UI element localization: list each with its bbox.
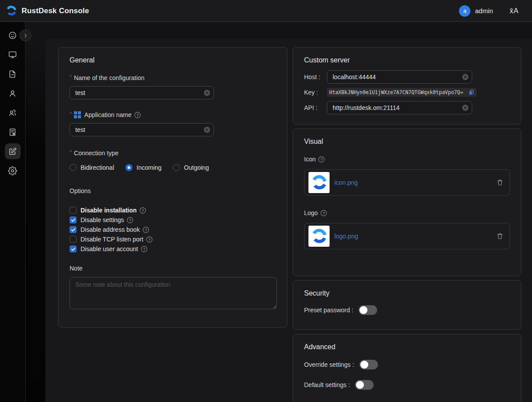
note-label: Note	[70, 264, 276, 272]
smiley-icon	[8, 31, 17, 40]
logo-thumbnail	[308, 226, 330, 247]
api-label: API :	[304, 104, 327, 111]
sidebar-item-custom-clients[interactable]	[5, 143, 21, 159]
sidebar-collapse-button[interactable]	[19, 29, 31, 41]
general-card: General * Name of the configuration * Ap…	[58, 47, 287, 328]
help-icon[interactable]: ?	[318, 156, 325, 163]
svg-text:?: ?	[321, 157, 323, 161]
checkbox-disable-settings[interactable]: Disable settings?	[70, 215, 276, 225]
radio-outgoing[interactable]: Outgoing	[173, 164, 209, 171]
svg-text:?: ?	[143, 247, 145, 251]
clear-icon[interactable]	[462, 105, 469, 111]
visual-card: Visual Icon ? icon.png	[293, 128, 521, 276]
user-icon	[8, 89, 17, 98]
config-name-label: * Name of the configuration	[70, 74, 276, 82]
help-icon[interactable]: ?	[141, 246, 147, 252]
radio-label: Bidirectional	[81, 164, 114, 171]
rustdesk-logo-icon	[5, 5, 17, 17]
clear-icon[interactable]	[462, 74, 469, 80]
radio-bidirectional[interactable]: Bidirectional	[70, 164, 114, 171]
radio-incoming[interactable]: Incoming	[125, 164, 161, 171]
key-value-pill: HtaXBkJNHyn0e1U1jWXze7A7CN7QTGWqxk0tpaVp…	[327, 88, 477, 97]
settings-gear-icon	[8, 166, 17, 175]
sidebar-item-users[interactable]	[5, 85, 21, 101]
app-header: RustDesk Console a admin x̄A	[0, 0, 532, 22]
username[interactable]: admin	[475, 7, 493, 15]
svg-text:?: ?	[136, 113, 139, 117]
checkbox-disable-user-account[interactable]: Disable user account?	[70, 244, 276, 254]
checkbox-control[interactable]	[70, 226, 77, 233]
checkbox-disable-tcp-listen-port[interactable]: Disable TCP listen port?	[70, 234, 276, 244]
api-input[interactable]	[327, 101, 472, 114]
sidebar-item-groups[interactable]	[5, 105, 21, 121]
radio-label: Outgoing	[184, 164, 209, 171]
checkbox-label: Disable settings	[81, 216, 124, 223]
avatar[interactable]: a	[459, 5, 470, 17]
app-title: RustDesk Console	[22, 7, 89, 15]
chevron-right-icon	[23, 33, 28, 38]
translate-icon[interactable]: x̄A	[510, 7, 519, 15]
checkbox-control[interactable]	[70, 216, 77, 223]
edit-config-icon	[8, 147, 17, 156]
connection-type-label: * Connection type	[70, 149, 276, 157]
sidebar-item-logs[interactable]	[5, 66, 21, 82]
clear-icon[interactable]	[204, 127, 210, 133]
svg-text:?: ?	[145, 227, 147, 232]
connection-type-group: BidirectionalIncomingOutgoing	[70, 164, 276, 171]
config-name-input[interactable]	[70, 86, 214, 99]
preset-password-toggle[interactable]	[359, 305, 377, 315]
application-name-label: * Application name ?	[70, 111, 276, 119]
clear-icon[interactable]	[204, 90, 210, 96]
radio-control[interactable]	[70, 164, 77, 171]
application-name-input[interactable]	[70, 123, 214, 136]
help-icon[interactable]: ?	[146, 236, 153, 243]
checkbox-disable-address-book[interactable]: Disable address book?	[70, 225, 276, 234]
monitor-icon	[8, 50, 17, 59]
logo-file-link[interactable]: logo.png	[334, 233, 358, 240]
checkbox-disable-installation[interactable]: Disable installation?	[70, 205, 276, 215]
sidebar-item-devices[interactable]	[5, 47, 21, 62]
config-panel: General * Name of the configuration * Ap…	[45, 39, 532, 402]
trash-icon[interactable]	[496, 179, 503, 186]
icon-file-box: icon.png	[304, 169, 510, 196]
help-icon[interactable]: ?	[143, 227, 149, 233]
help-icon[interactable]: ?	[127, 217, 133, 223]
audit-log-icon	[8, 128, 17, 137]
checkbox-label: Disable user account	[81, 245, 138, 252]
icon-file-link[interactable]: icon.png	[334, 179, 358, 186]
checkbox-control[interactable]	[70, 207, 77, 214]
svg-text:?: ?	[142, 208, 144, 212]
radio-control[interactable]	[125, 164, 132, 171]
note-textarea[interactable]	[70, 277, 277, 309]
host-label: Host :	[304, 73, 327, 80]
sidebar-item-settings[interactable]	[5, 163, 21, 179]
checkbox-control[interactable]	[70, 245, 77, 252]
copy-icon[interactable]	[468, 89, 474, 95]
icon-thumbnail	[308, 172, 330, 193]
content-area: General * Name of the configuration * Ap…	[26, 22, 532, 402]
sidebar	[0, 22, 26, 402]
trash-icon[interactable]	[496, 233, 503, 240]
checkbox-control[interactable]	[70, 236, 77, 243]
help-icon[interactable]: ?	[139, 207, 146, 214]
general-title: General	[70, 56, 276, 64]
logo-label: Logo ?	[304, 209, 510, 217]
radio-control[interactable]	[173, 164, 180, 171]
svg-text:?: ?	[148, 237, 150, 241]
svg-text:?: ?	[129, 218, 131, 222]
host-input[interactable]	[327, 70, 472, 84]
logo-file-box: logo.png	[304, 223, 510, 249]
visual-title: Visual	[304, 138, 510, 146]
windows-icon	[74, 111, 81, 118]
security-card: Security Preset password :	[293, 280, 521, 330]
key-value: HtaXBkJNHyn0e1U1jWXze7A7CN7QTGWqxk0tpaVp…	[329, 89, 466, 95]
override-settings-toggle[interactable]	[360, 360, 378, 369]
sidebar-item-audit[interactable]	[5, 124, 21, 140]
help-icon[interactable]: ?	[320, 210, 327, 216]
sidebar-item-dashboard[interactable]	[5, 27, 21, 43]
custom-server-card: Custom server Host : Key : H	[293, 47, 521, 124]
radio-label: Incoming	[136, 164, 161, 171]
default-settings-toggle[interactable]	[355, 380, 374, 390]
help-icon[interactable]: ?	[134, 112, 141, 118]
options-label: Options	[70, 187, 276, 195]
